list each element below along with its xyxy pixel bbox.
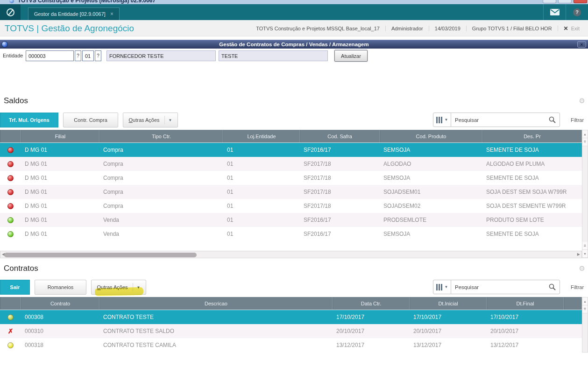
table-row[interactable]: ✗000310CONTRATO TESTE SALDO20/10/201720/… [0,324,582,338]
contratos-search [451,280,560,294]
table-row[interactable]: D MG 01Compra01SF2017/18SEMSOJASEMENTE D… [0,171,582,185]
mail-button[interactable] [543,4,566,20]
help-button[interactable]: ? [566,4,588,20]
scroll-page-up-icon[interactable]: ⇈ [582,305,588,313]
chevron-down-icon: ▼ [445,285,448,289]
column-header[interactable]: Descricao [99,297,333,310]
cell: 17/10/2017 [333,310,410,324]
entity-code-lookup-button[interactable]: ? [75,50,81,61]
column-header[interactable]: Filial [21,130,99,142]
column-header[interactable]: Dt.Inicial [410,297,487,310]
scroll-down-icon[interactable]: ▼ [582,250,588,258]
status-cell [0,143,21,157]
entity-store-field[interactable]: 01 [82,50,94,61]
trf-mul-origens-button[interactable]: Trf. Mul. Origens [0,113,58,127]
cell: PRODUTO SEM LOTE [482,213,582,227]
saldos-toolbar: Trf. Mul. Origens Contr. Compra Outras A… [0,113,588,127]
yellow-ball-icon [7,342,14,348]
cell: Compra [99,157,223,171]
dialog-close-button[interactable]: × [577,41,586,48]
cell: PRODSEMLOTE [380,213,482,227]
contratos-filter-link[interactable]: Filtrar [571,284,584,290]
contratos-search-input[interactable] [451,280,545,294]
cell: SF2016/17 [300,143,380,157]
column-header[interactable]: Tipo Ctr. [99,130,223,142]
cell: 01 [223,185,300,199]
cell: D MG 01 [21,199,99,213]
yellowgreen-ball-icon [7,314,14,320]
sair-button[interactable]: Sair [0,280,30,295]
refresh-button[interactable]: Atualizar [334,50,368,62]
envelope-icon [550,9,560,15]
contr-compra-button[interactable]: Contr. Compra [63,113,118,127]
column-header[interactable]: Cod. Safra [300,130,380,142]
tab-close-icon[interactable]: × [110,11,113,17]
column-header[interactable]: Dt.Final [487,297,564,310]
scroll-page-down-icon[interactable]: ⇊ [582,242,588,250]
saldos-horizontal-scrollbar[interactable]: ◀ ▶ [0,251,582,258]
table-row[interactable]: D MG 01Compra01SF2017/18SOJADSEM02SOJA D… [0,199,582,213]
cell: SF2017/18 [300,171,380,185]
entity-name-field: FORNECEDOR TESTE [106,50,216,61]
column-header[interactable] [0,297,21,310]
column-selector-button[interactable]: ▼ [433,280,451,294]
exit-button[interactable]: ✕Exit [558,25,585,32]
column-selector-button[interactable]: ▼ [433,113,451,127]
cell: 17/10/2017 [410,310,487,324]
table-row[interactable]: D MG 01Compra01SF2016/17SEMSOJASEMENTE D… [0,143,582,157]
app-icon [9,0,14,3]
column-header[interactable]: Data Ctr. [333,297,410,310]
brand-title: TOTVS | Gestão de Agronegócio [5,23,134,34]
saldos-outras-acoes-button[interactable]: Outras Ações ▼ [123,113,178,127]
search-icon[interactable] [549,116,556,123]
column-header[interactable] [564,297,582,310]
table-row[interactable]: D MG 01Venda01SF2016/17SEMSOJASEMENTE DE… [0,227,582,241]
column-header[interactable]: Cod. Produto [380,130,482,142]
close-window-button[interactable] [574,0,587,3]
contratos-vertical-scrollbar[interactable]: ▲ ⇈ [582,297,588,353]
table-row[interactable]: D MG 01Compra01SF2017/18ALGODAOALGODAO E… [0,157,582,171]
contratos-gear-icon[interactable]: ⚙ [579,264,585,273]
saldos-gear-icon[interactable]: ⚙ [579,97,585,105]
maximize-button[interactable] [558,0,572,3]
status-cell [0,185,21,199]
contratos-outras-acoes-button[interactable]: Outras Ações ▼ [91,280,146,295]
saldos-search-input[interactable] [451,113,545,127]
cell: SOJADSEM02 [380,199,482,213]
column-header[interactable]: Loj.Entidade [223,130,300,142]
cell: SEMSOJA [380,227,482,241]
column-header[interactable] [0,130,21,142]
saldos-search [451,113,560,127]
app-window: TOTVS Construção e Projetos (Microsiga) … [0,0,588,375]
table-row[interactable]: 000308CONTRATO TESTE17/10/201717/10/2017… [0,310,582,324]
cell [564,324,582,338]
column-header[interactable]: Contrato [21,297,99,310]
scroll-track[interactable] [582,146,588,242]
scroll-right-icon[interactable]: ▶ [577,252,580,256]
scroll-up-icon[interactable]: ▲ [582,130,588,138]
scroll-page-up-icon[interactable]: ⇈ [582,138,588,146]
tab-gestor-da-entidade[interactable]: Gestor da Entidade [02.9.0067] × [28,7,120,20]
search-icon[interactable] [549,283,556,290]
saldos-grid: FilialTipo Ctr.Loj.EntidadeCod. SafraCod… [0,130,582,241]
saldos-vertical-scrollbar[interactable]: ▲ ⇈ ⇊ ▼ [582,130,588,258]
cell: Compra [99,199,223,213]
cell: SF2016/17 [300,227,380,241]
status-cell [0,213,21,227]
cell: SEMENTE DE SOJA [482,227,582,241]
column-header[interactable]: Des. Pr [482,130,582,142]
saldos-filter-link[interactable]: Filtrar [571,117,584,123]
table-row[interactable]: D MG 01Compra01SF2017/18SOJADSEM01SOJA D… [0,185,582,199]
table-row[interactable]: 000318CONTRATO TESTE CAMILA13/12/201713/… [0,338,582,352]
scroll-thumb[interactable] [4,253,197,257]
entity-code-field[interactable]: 000003 [26,50,74,61]
entity-store-lookup-button[interactable]: ? [95,50,101,61]
cell: SF2017/18 [300,185,380,199]
scroll-up-icon[interactable]: ▲ [582,297,588,305]
cell: SF2017/18 [300,199,380,213]
romaneios-button[interactable]: Romaneios [35,280,86,295]
cell: D MG 01 [21,157,99,171]
minimize-button[interactable] [543,0,556,3]
table-row[interactable]: D MG 01Venda01SF2016/17PRODSEMLOTEPRODUT… [0,213,582,227]
scroll-track[interactable] [582,313,588,352]
